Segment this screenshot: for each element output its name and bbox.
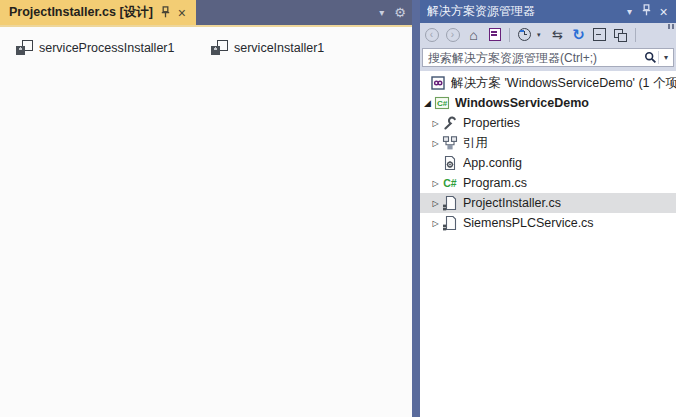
solution-icon (430, 75, 446, 91)
designer-component-serviceinstaller1[interactable]: serviceInstaller1 (211, 40, 324, 55)
sync-icon: ⇆ (552, 27, 563, 42)
solution-tree: 解决方案 'WindowsServiceDemo' (1 个项目) ◢ C# W… (420, 71, 676, 417)
pin-icon[interactable] (638, 4, 655, 19)
toolbar-separator (635, 28, 636, 42)
search-icon (642, 51, 658, 64)
pane-splitter[interactable] (412, 0, 420, 417)
search-input[interactable] (423, 49, 642, 66)
solution-explorer-toolbar: ‹ › ⌂ ▾ ⇆ ↻ (420, 23, 676, 46)
tree-item-label: Program.cs (463, 176, 527, 190)
back-button[interactable]: ‹ (423, 25, 440, 44)
solution-explorer-panel: 解决方案资源管理器 ▾ × ‹ › ⌂ ▾ ⇆ (420, 0, 676, 417)
tab-projectinstaller-design[interactable]: ProjectInstaller.cs [设计] × (0, 0, 196, 25)
svg-text:C#: C# (437, 99, 448, 108)
component-file-icon (442, 195, 458, 211)
component-label: serviceInstaller1 (234, 41, 324, 55)
tree-item-solution[interactable]: 解决方案 'WindowsServiceDemo' (1 个项目) (420, 73, 676, 93)
close-icon[interactable]: × (176, 6, 188, 20)
search-box[interactable]: ▾ (422, 48, 674, 67)
back-icon: ‹ (425, 28, 439, 42)
tree-item-siemensplcservicecs[interactable]: ▷ SiemensPLCService.cs (420, 213, 676, 233)
panel-menu-chevron-icon[interactable]: ▾ (621, 6, 638, 17)
document-tabstrip: ProjectInstaller.cs [设计] × ▾ ⚙ (0, 0, 412, 25)
layered-windows-icon (614, 28, 627, 41)
csharp-project-icon: C# (434, 95, 450, 111)
refresh-button[interactable]: ↻ (570, 25, 587, 44)
tree-item-label: WindowsServiceDemo (455, 96, 589, 110)
references-icon (442, 135, 458, 151)
toolbar-overflow-icon[interactable] (668, 24, 674, 29)
csharp-file-icon: C# (442, 175, 458, 191)
expander-collapsed-icon[interactable]: ▷ (430, 179, 441, 188)
pending-changes-filter-button[interactable] (516, 25, 533, 44)
home-button[interactable]: ⌂ (465, 25, 482, 44)
sync-with-active-document-button[interactable]: ⇆ (549, 25, 566, 44)
tree-item-label: SiemensPLCService.cs (463, 216, 594, 230)
tree-item-references[interactable]: ▷ 引用 (420, 133, 676, 153)
forward-button[interactable]: › (444, 25, 461, 44)
filter-clock-icon (518, 28, 531, 41)
panel-title: 解决方案资源管理器 (427, 3, 621, 20)
expander-collapsed-icon[interactable]: ▷ (430, 199, 441, 208)
pin-icon[interactable] (160, 4, 171, 22)
expander-collapsed-icon[interactable]: ▷ (430, 139, 441, 148)
component-icon (211, 40, 228, 55)
document-area: ProjectInstaller.cs [设计] × ▾ ⚙ servicePr… (0, 0, 412, 417)
component-file-icon (442, 215, 458, 231)
tree-item-programcs[interactable]: ▷ C# Program.cs (420, 173, 676, 193)
tree-item-properties[interactable]: ▷ Properties (420, 113, 676, 133)
search-options-chevron-icon[interactable]: ▾ (659, 53, 673, 62)
tree-item-label: 解决方案 'WindowsServiceDemo' (1 个项目) (451, 75, 676, 92)
tree-item-project-windowsservicedemo[interactable]: ◢ C# WindowsServiceDemo (420, 93, 676, 113)
component-icon (16, 40, 33, 55)
expander-collapsed-icon[interactable]: ▷ (430, 119, 441, 128)
window-list-chevron-icon[interactable]: ▾ (379, 7, 384, 18)
component-designer-surface[interactable]: serviceProcessInstaller1 serviceInstalle… (0, 27, 412, 417)
filter-dropdown-chevron-icon[interactable]: ▾ (537, 31, 545, 39)
wrench-icon (442, 115, 458, 131)
config-file-icon (442, 155, 458, 171)
svg-text:C#: C# (443, 177, 457, 189)
close-icon[interactable]: × (655, 5, 672, 19)
switch-views-button[interactable] (486, 25, 503, 44)
tree-item-projectinstallercs[interactable]: ▷ ProjectInstaller.cs (420, 193, 676, 213)
tree-item-label: Properties (463, 116, 520, 130)
show-all-files-button[interactable] (612, 25, 629, 44)
expander-collapsed-icon[interactable]: ▷ (430, 219, 441, 228)
tree-item-label: ProjectInstaller.cs (463, 196, 561, 210)
refresh-icon: ↻ (572, 26, 585, 44)
gear-icon[interactable]: ⚙ (394, 6, 406, 19)
tree-item-appconfig[interactable]: ▷ App.config (420, 153, 676, 173)
forward-icon: › (446, 28, 460, 42)
expander-expanded-icon[interactable]: ◢ (422, 98, 433, 108)
tree-item-label: 引用 (463, 135, 488, 152)
collapse-all-icon (593, 28, 606, 41)
search-row: ▾ (420, 46, 676, 71)
switch-views-icon (489, 28, 501, 41)
tree-item-label: App.config (463, 156, 522, 170)
solution-explorer-titlebar[interactable]: 解决方案资源管理器 ▾ × (420, 0, 676, 23)
toolbar-separator (509, 28, 510, 42)
designer-component-serviceprocessinstaller1[interactable]: serviceProcessInstaller1 (16, 40, 174, 55)
component-label: serviceProcessInstaller1 (39, 41, 174, 55)
tab-label: ProjectInstaller.cs [设计] (9, 4, 155, 21)
home-icon: ⌂ (469, 27, 477, 43)
tabstrip-controls: ▾ ⚙ (379, 0, 412, 25)
collapse-all-button[interactable] (591, 25, 608, 44)
